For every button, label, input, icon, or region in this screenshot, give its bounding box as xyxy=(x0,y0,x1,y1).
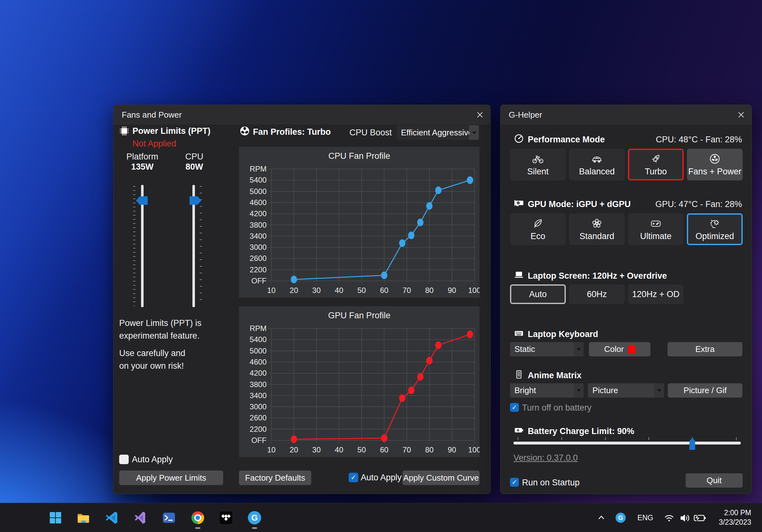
tile-label: Eco xyxy=(531,231,546,241)
gpu-tile-optimized[interactable]: Optimized xyxy=(687,213,743,245)
svg-text:60: 60 xyxy=(380,286,389,294)
gpu-fan-profile-chart[interactable]: GPU Fan ProfileRPM5400500046004200380034… xyxy=(239,306,480,457)
slider-tick xyxy=(518,437,518,440)
quit-button[interactable]: Quit xyxy=(686,473,743,488)
wifi-tray-button[interactable] xyxy=(663,512,675,524)
tidal-button[interactable] xyxy=(219,511,233,525)
language-indicator[interactable]: ENG xyxy=(637,514,654,522)
gpu-mode-heading: GPU Mode: iGPU + dGPU xyxy=(528,199,631,209)
mode-tile-fans-power[interactable]: Fans + Power xyxy=(687,149,743,181)
gpu-tile-standard[interactable]: Standard xyxy=(569,213,625,245)
terminal-button[interactable] xyxy=(162,511,176,525)
g-helper-tray-icon[interactable]: G xyxy=(616,513,626,523)
ghelper-close-button[interactable] xyxy=(734,108,748,122)
fans-window-close-button[interactable] xyxy=(473,108,487,122)
color-button-label: Color xyxy=(604,344,624,354)
power-auto-apply-checkbox[interactable] xyxy=(119,455,129,464)
tray-expand-button[interactable] xyxy=(596,512,607,523)
cpu-temp-status: CPU: 48°C - Fan: 28% xyxy=(656,135,742,145)
cpu-boost-value: Efficient Aggressive xyxy=(401,128,473,138)
mode-tile-silent[interactable]: Silent xyxy=(510,149,566,181)
clock[interactable]: 2:00 PM 3/23/2023 xyxy=(719,508,751,527)
chevron-down-icon xyxy=(657,389,661,394)
chrome-button[interactable] xyxy=(191,511,205,525)
cpu-fan-chart-panel[interactable]: CPU Fan ProfileRPM5400500046004200380034… xyxy=(239,147,480,298)
battery-slider-track[interactable] xyxy=(513,442,741,444)
cpu-boost-label: CPU Boost xyxy=(335,128,392,138)
keyboard-extra-button[interactable]: Extra xyxy=(667,342,742,356)
screen-button-auto[interactable]: Auto xyxy=(510,284,566,304)
g-helper-window: G-Helper Performance Mode CPU: 48°C - Fa… xyxy=(500,105,752,494)
chrome-icon xyxy=(191,511,204,524)
cpu-boost-dropdown[interactable]: Efficient Aggressive xyxy=(397,125,479,140)
chevron-down-icon xyxy=(472,131,476,136)
vscode-button[interactable] xyxy=(105,511,119,525)
tile-label: Ultimate xyxy=(640,231,671,241)
screen-button-120hz-od[interactable]: 120Hz + OD xyxy=(628,284,684,304)
svg-text:2200: 2200 xyxy=(250,266,267,274)
svg-text:4600: 4600 xyxy=(250,198,267,207)
svg-text:4600: 4600 xyxy=(250,358,267,366)
platform-slider-thumb[interactable] xyxy=(136,196,148,205)
battery-tray-button[interactable] xyxy=(693,512,707,524)
mode-tile-turbo[interactable]: Turbo xyxy=(628,149,684,181)
tidal-icon xyxy=(219,511,233,525)
svg-text:10: 10 xyxy=(267,286,276,294)
gpu-tile-ultimate[interactable]: Ultimate xyxy=(628,213,684,245)
svg-text:70: 70 xyxy=(403,445,411,454)
ghelper-titlebar[interactable]: G-Helper xyxy=(500,105,751,124)
gpu-fan-chart-panel[interactable]: GPU Fan ProfileRPM5400500046004200380034… xyxy=(239,306,480,457)
cpu-fan-profile-chart[interactable]: CPU Fan ProfileRPM5400500046004200380034… xyxy=(239,147,480,298)
svg-text:3800: 3800 xyxy=(250,221,267,229)
cpu-boost-dropdown-arrow[interactable] xyxy=(469,125,479,140)
fan-icon xyxy=(240,126,250,136)
matrix-brightness-dropdown[interactable]: Bright xyxy=(510,383,583,398)
slider-tick xyxy=(648,437,649,440)
svg-text:5400: 5400 xyxy=(250,176,267,184)
matrix-content-dropdown-arrow[interactable] xyxy=(654,383,664,398)
curve-auto-apply-checkbox[interactable] xyxy=(349,473,358,482)
matrix-brightness-dropdown-arrow[interactable] xyxy=(574,383,583,398)
apply-power-limits-button[interactable]: Apply Power Limits xyxy=(119,471,223,485)
svg-text:3800: 3800 xyxy=(250,380,267,389)
mode-tile-balanced[interactable]: Balanced xyxy=(569,149,625,181)
factory-defaults-button[interactable]: Factory Defaults xyxy=(239,471,311,485)
matrix-content-dropdown[interactable]: Picture xyxy=(588,383,664,398)
svg-text:2200: 2200 xyxy=(250,425,267,433)
svg-text:40: 40 xyxy=(335,445,343,454)
keyboard-mode-dropdown-arrow[interactable] xyxy=(574,342,583,356)
turn-off-on-battery-checkbox[interactable] xyxy=(510,403,519,412)
svg-text:60: 60 xyxy=(380,445,389,454)
chrome-running-indicator xyxy=(195,527,200,529)
volume-tray-button[interactable] xyxy=(678,512,692,524)
keyboard-mode-dropdown[interactable]: Static xyxy=(510,342,583,356)
screen-button-label: Auto xyxy=(529,289,547,299)
screen-button-60hz[interactable]: 60Hz xyxy=(569,284,625,304)
g-helper-icon: G xyxy=(616,513,626,523)
gpu-tile-eco[interactable]: Eco xyxy=(510,213,566,245)
battery-charging-icon xyxy=(693,512,707,524)
svg-text:5400: 5400 xyxy=(250,335,267,344)
fans-window-titlebar[interactable]: Fans and Power xyxy=(114,105,491,124)
power-limits-heading: Power Limits (PPT) xyxy=(132,126,210,136)
power-limits-note-2: Use carefully and on your own risk! xyxy=(119,347,186,372)
svg-text:90: 90 xyxy=(448,445,456,454)
svg-text:20: 20 xyxy=(290,445,298,454)
picture-gif-button[interactable]: Picture / Gif xyxy=(668,383,742,398)
folder-icon xyxy=(76,511,90,525)
apply-custom-curve-button[interactable]: Apply Custom Curve xyxy=(403,471,480,485)
gpu-card-icon xyxy=(514,198,524,208)
visual-studio-button[interactable] xyxy=(133,511,147,525)
file-explorer-button[interactable] xyxy=(76,511,90,525)
svg-text:GPU Fan Profile: GPU Fan Profile xyxy=(328,311,391,320)
laptop-keyboard-heading: Laptop Keyboard xyxy=(528,330,598,339)
battery-slider-thumb[interactable] xyxy=(689,438,695,450)
ghelper-window-title: G-Helper xyxy=(509,105,542,124)
car-icon xyxy=(591,153,603,165)
g-helper-button[interactable]: G xyxy=(248,511,262,525)
start-button[interactable] xyxy=(48,511,62,525)
keyboard-color-button[interactable]: Color xyxy=(589,342,650,356)
version-link[interactable]: Version: 0.37.0.0 xyxy=(513,453,578,463)
run-on-startup-checkbox[interactable] xyxy=(510,478,519,487)
close-icon xyxy=(737,111,745,118)
